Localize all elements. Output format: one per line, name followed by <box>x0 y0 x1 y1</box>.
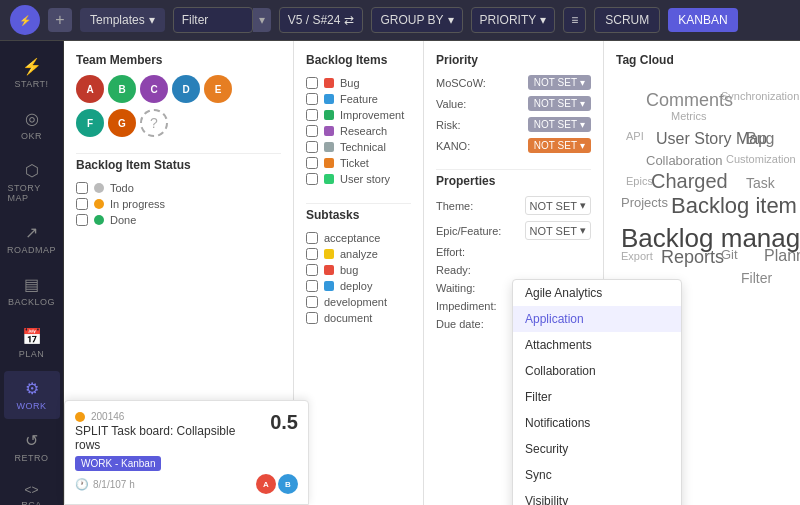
avatar[interactable]: E <box>204 75 232 103</box>
tag-item[interactable]: Synchronization <box>721 90 799 102</box>
tag-item[interactable]: Epics <box>626 175 653 187</box>
priority-button[interactable]: PRIORITY ▾ <box>471 7 556 33</box>
sidebar-item-storymap[interactable]: ⬡ STORY MAP <box>4 153 60 211</box>
moscow-button[interactable]: NOT SET ▾ <box>528 75 591 90</box>
dropdown-item[interactable]: Security <box>513 436 681 462</box>
subtask-deploy-checkbox[interactable] <box>306 280 318 292</box>
item-ticket-checkbox[interactable] <box>306 157 318 169</box>
value-button[interactable]: NOT SET ▾ <box>528 96 591 111</box>
avatar[interactable]: F <box>76 109 104 137</box>
item-userstory-checkbox[interactable] <box>306 173 318 185</box>
sidebar-item-label: RETRO <box>15 453 49 463</box>
avatar[interactable]: C <box>140 75 168 103</box>
logo-button[interactable]: ⚡ <box>10 5 40 35</box>
subtask-bug-checkbox[interactable] <box>306 264 318 276</box>
sidebar-item-plan[interactable]: 📅 PLAN <box>4 319 60 367</box>
sidebar-item-retro[interactable]: ↺ RETRO <box>4 423 60 471</box>
chevron-down-icon: ▾ <box>540 13 546 27</box>
tag-item[interactable]: Comments <box>646 90 733 111</box>
tag-item[interactable]: Export <box>621 250 653 262</box>
version-icon: ⇄ <box>344 13 354 27</box>
tag-item[interactable]: Collaboration <box>646 153 723 168</box>
sidebar-item-label: START! <box>14 79 48 89</box>
avatar[interactable]: B <box>108 75 136 103</box>
card-title[interactable]: SPLIT Task board: Collapsible rows <box>75 424 245 452</box>
item-improvement-label: Improvement <box>340 109 404 121</box>
subtask-development-checkbox[interactable] <box>306 296 318 308</box>
properties-title: Properties <box>436 174 591 188</box>
tag-item[interactable]: Reports <box>661 247 724 268</box>
add-button[interactable]: + <box>48 8 72 32</box>
item-feature-checkbox[interactable] <box>306 93 318 105</box>
group-by-label: GROUP BY <box>380 13 443 27</box>
tag-item[interactable]: Backlog item <box>671 193 797 219</box>
todo-dot <box>94 183 104 193</box>
sidebar-item-roadmap[interactable]: ↗ ROADMAP <box>4 215 60 263</box>
version-selector[interactable]: V5 / S#24 ⇄ <box>279 7 364 33</box>
item-improvement-checkbox[interactable] <box>306 109 318 121</box>
add-member-button[interactable]: ? <box>140 109 168 137</box>
item-bug-checkbox[interactable] <box>306 77 318 89</box>
sidebar-item-start[interactable]: ⚡ START! <box>4 49 60 97</box>
dropdown-item[interactable]: Collaboration <box>513 358 681 384</box>
subtask-document-checkbox[interactable] <box>306 312 318 324</box>
sidebar-item-okr[interactable]: ◎ OKR <box>4 101 60 149</box>
dropdown-item[interactable]: Sync <box>513 462 681 488</box>
tag-item[interactable]: API <box>626 130 644 142</box>
subtask-bug: bug <box>306 262 411 278</box>
risk-button[interactable]: NOT SET ▾ <box>528 117 591 132</box>
backlog-items-section: Backlog Items Bug Feature Improvement <box>306 53 411 187</box>
tag-item[interactable]: Metrics <box>671 110 706 122</box>
status-todo-checkbox[interactable] <box>76 182 88 194</box>
tag-item[interactable]: Task <box>746 175 775 191</box>
sidebar-item-label: Work <box>17 401 47 411</box>
dropdown-item[interactable]: Notifications <box>513 410 681 436</box>
sidebar-item-backlog[interactable]: ▤ backLoG <box>4 267 60 315</box>
kano-button[interactable]: NOT SET ▾ <box>528 138 591 153</box>
dropdown-item[interactable]: Application <box>513 306 681 332</box>
mid-panel: Backlog Items Bug Feature Improvement <box>294 41 424 505</box>
done-dot <box>94 215 104 225</box>
status-inprogress-label: In progress <box>110 198 165 210</box>
filter-input[interactable]: Filter <box>173 7 253 33</box>
epic-select[interactable]: NOT SET ▾ <box>525 221 591 240</box>
templates-button[interactable]: Templates ▾ <box>80 8 165 32</box>
status-done-label: Done <box>110 214 136 226</box>
filter-label: Filter <box>182 13 209 27</box>
avatar[interactable]: A <box>76 75 104 103</box>
status-done-checkbox[interactable] <box>76 214 88 226</box>
status-inprogress-checkbox[interactable] <box>76 198 88 210</box>
tag-item[interactable]: Planning <box>764 247 800 265</box>
avatar[interactable]: D <box>172 75 200 103</box>
item-technical-checkbox[interactable] <box>306 141 318 153</box>
item-research-checkbox[interactable] <box>306 125 318 137</box>
sidebar-item-work[interactable]: ⚙ Work <box>4 371 60 419</box>
scrum-label: SCRUM <box>605 13 649 27</box>
scrum-button[interactable]: SCRUM <box>594 7 660 33</box>
kanban-button[interactable]: KANBAN <box>668 8 737 32</box>
sidebar-item-rca[interactable]: <> RCA <box>4 475 60 505</box>
card-avatar: B <box>278 474 298 494</box>
avatar[interactable]: G <box>108 109 136 137</box>
item-ticket-label: Ticket <box>340 157 369 169</box>
dropdown-item[interactable]: Attachments <box>513 332 681 358</box>
tag-item[interactable]: Projects <box>621 195 668 210</box>
tag-item[interactable]: Git <box>721 247 738 262</box>
tag-item[interactable]: Charged <box>651 170 728 193</box>
group-by-button[interactable]: GROUP BY ▾ <box>371 7 462 33</box>
subtask-analyze-checkbox[interactable] <box>306 248 318 260</box>
list-view-button[interactable]: ≡ <box>563 7 586 33</box>
tag-cloud: CommentsSynchronizationMetricsAPIUser St… <box>616 75 788 255</box>
dropdown-item[interactable]: Filter <box>513 384 681 410</box>
sidebar-item-label: ROADMAP <box>7 245 56 255</box>
subtask-acceptance-checkbox[interactable] <box>306 232 318 244</box>
filter-arrow-button[interactable]: ▾ <box>253 8 271 32</box>
theme-select[interactable]: NOT SET ▾ <box>525 196 591 215</box>
moscow-label: MoSCoW: <box>436 77 522 89</box>
dropdown-item[interactable]: Visibility <box>513 488 681 505</box>
tag-item[interactable]: Bug <box>746 130 774 148</box>
status-todo: Todo <box>76 180 281 196</box>
dropdown-item[interactable]: Agile Analytics <box>513 280 681 306</box>
tag-item[interactable]: Customization <box>726 153 796 165</box>
tag-item[interactable]: Filter <box>741 270 772 286</box>
